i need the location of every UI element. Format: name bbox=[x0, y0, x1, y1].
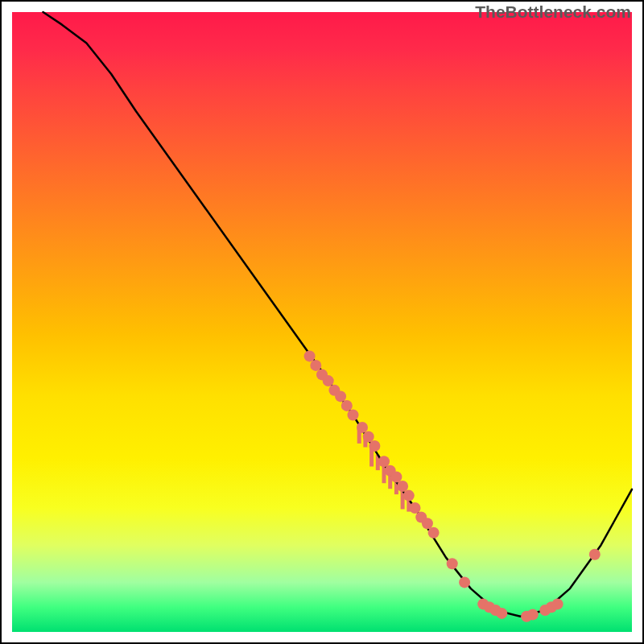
data-point bbox=[335, 390, 346, 402]
data-point bbox=[403, 490, 415, 502]
data-point bbox=[390, 472, 402, 483]
bottleneck-curve bbox=[43, 12, 633, 617]
data-point bbox=[369, 440, 380, 452]
plot-area bbox=[12, 12, 632, 632]
watermark-text: TheBottleneck.com bbox=[475, 2, 631, 22]
data-point bbox=[310, 360, 321, 371]
data-point bbox=[422, 518, 433, 529]
data-point bbox=[459, 576, 470, 588]
data-point bbox=[323, 375, 334, 386]
data-point bbox=[397, 481, 408, 492]
data-point bbox=[527, 609, 539, 620]
chart-svg bbox=[12, 12, 632, 632]
chart-container: TheBottleneck.com bbox=[0, 0, 644, 644]
data-point bbox=[496, 608, 507, 619]
data-point bbox=[447, 558, 458, 569]
scatter-points-group bbox=[304, 350, 601, 621]
data-point bbox=[378, 456, 390, 467]
data-point bbox=[428, 527, 440, 539]
data-point bbox=[363, 431, 374, 443]
data-point bbox=[589, 549, 601, 560]
data-point bbox=[410, 502, 421, 514]
data-point bbox=[348, 410, 359, 421]
data-point bbox=[304, 350, 316, 361]
data-point bbox=[357, 422, 368, 433]
data-point bbox=[552, 598, 564, 609]
data-point bbox=[341, 400, 353, 411]
